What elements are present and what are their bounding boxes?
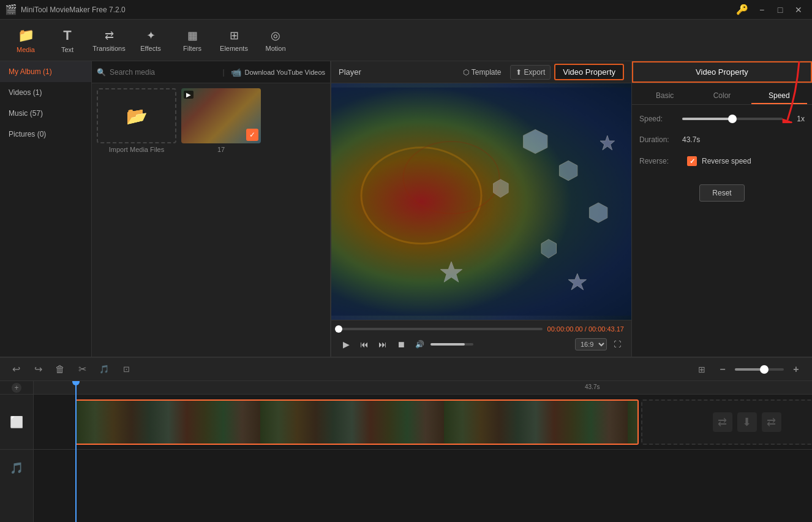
app-title: MiniTool MovieMaker Free 7.2.0 (21, 6, 736, 14)
toolbar-text-label: Text (61, 46, 73, 53)
audio-track-label: 🎵 (0, 450, 33, 486)
toolbar-effects[interactable]: ✦ Effects (130, 22, 171, 59)
undo-button[interactable]: ↩ (7, 361, 24, 378)
trim-button[interactable]: ⊡ (118, 361, 135, 378)
prev-frame-button[interactable]: ⏮ (357, 337, 372, 352)
template-label: Template (472, 68, 502, 77)
sidebar-item-my-album[interactable]: My Album (1) (0, 61, 91, 82)
replace-clip-icon[interactable]: ⇄ (762, 412, 781, 432)
folder-open-icon: 📂 (126, 106, 148, 126)
panel-title: Video Property (696, 67, 748, 77)
delete-button[interactable]: 🗑 (51, 361, 69, 378)
play-button[interactable]: ▶ (339, 337, 353, 352)
progress-bar-area: 00:00:00.00 / 00:00:43.17 (331, 323, 631, 335)
tab-basic[interactable]: Basic (637, 88, 693, 104)
player-title: Player (339, 67, 361, 77)
playhead[interactable] (75, 381, 77, 522)
effects-icon: ✦ (146, 29, 156, 42)
export-icon: ⬆ (516, 68, 522, 77)
redo-button[interactable]: ↪ (29, 361, 47, 378)
media-panel: 🔍 | 📹 Download YouTube Videos 📂 Import M… (92, 61, 331, 357)
toolbar-transitions-label: Transitions (92, 45, 125, 52)
audio-detach-button[interactable]: 🎵 (96, 361, 113, 378)
duration-label: Duration: (639, 135, 682, 144)
import-media-btn[interactable]: 📂 (97, 88, 176, 143)
media-grid: 📂 Import Media Files ▶ ✓ 17 (92, 83, 330, 357)
reverse-row: Reverse: ✓ Reverse speed (639, 156, 805, 166)
sidebar-item-music[interactable]: Music (57) (0, 103, 91, 124)
vp-tabs: Basic Color Speed (632, 83, 812, 105)
controls-row: ▶ ⏮ ⏭ ⏹ 🔊 16:9 9:16 1:1 ⛶ (331, 335, 631, 354)
player-controls: 00:00:00.00 / 00:00:43.17 ▶ ⏮ ⏭ ⏹ 🔊 16:9… (331, 320, 631, 357)
duration-value: 43.7s (682, 135, 700, 144)
video-clip[interactable] (75, 399, 639, 445)
template-button[interactable]: ⬡ Template (458, 66, 506, 79)
next-frame-button[interactable]: ⏭ (375, 337, 390, 352)
empty-clip-area: ⇄ ⬇ ⇄ (641, 399, 812, 445)
timeline-tracks: 43.7s ⇄ ⬇ ⇄ (34, 381, 812, 522)
reset-button[interactable]: Reset (699, 184, 744, 202)
track-labels: + ⬜ 🎵 (0, 381, 34, 522)
tab-speed[interactable]: Speed (751, 88, 807, 104)
tab-color[interactable]: Color (694, 88, 750, 104)
zoom-out-button[interactable]: − (714, 361, 731, 378)
video-type-badge: ▶ (184, 91, 194, 99)
toolbar: 📁 Media T Text ⇄ Transitions ✦ Effects ▦… (0, 20, 812, 61)
minimize-button[interactable]: − (753, 2, 770, 17)
toolbar-media[interactable]: 📁 Media (5, 22, 47, 59)
add-track-button[interactable]: + (12, 383, 21, 393)
download-youtube-btn[interactable]: Download YouTube Videos (245, 69, 326, 76)
toolbar-elements[interactable]: ⊞ Elements (213, 22, 255, 59)
sidebar-item-videos[interactable]: Videos (1) (0, 82, 91, 103)
close-button[interactable]: ✕ (790, 2, 807, 17)
video-property-button[interactable]: Video Property (554, 64, 624, 80)
zoom-fit-button[interactable]: ⊞ (693, 361, 710, 378)
video-property-label: Video Property (563, 67, 615, 77)
timeline-main: + ⬜ 🎵 43.7s ⇄ ⬇ ⇄ (0, 381, 812, 522)
reverse-checkbox[interactable]: ✓ (687, 156, 697, 166)
speed-slider[interactable] (682, 118, 783, 120)
divider: | (222, 68, 224, 77)
speed-row: Speed: 1x (639, 115, 805, 123)
toolbar-filters-label: Filters (183, 45, 201, 52)
titlebar-win-controls: − □ ✕ (753, 2, 807, 17)
titlebar-key-icon: 🔑 (736, 4, 748, 15)
player-area: Player ⬡ Template ⬆ Export Video Propert… (331, 61, 631, 357)
download-clip-icon[interactable]: ⬇ (737, 412, 757, 432)
thumb-number: 17 (217, 146, 225, 153)
import-label: Import Media Files (109, 146, 164, 153)
timeline-toolbar: ↩ ↪ 🗑 ✂ 🎵 ⊡ ⊞ − + (0, 357, 812, 381)
toolbar-filters[interactable]: ▦ Filters (171, 22, 213, 59)
time-display: 00:00:00.00 / 00:00:43.17 (547, 325, 624, 333)
volume-button[interactable]: 🔊 (412, 337, 427, 352)
reverse-label: Reverse: (639, 157, 682, 165)
resolution-select[interactable]: 16:9 9:16 1:1 (575, 338, 607, 350)
text-icon: T (63, 28, 71, 44)
filters-icon: ▦ (187, 29, 198, 42)
titlebar: 🎬 MiniTool MovieMaker Free 7.2.0 🔑 − □ ✕ (0, 0, 812, 20)
media-icon: 📁 (18, 28, 34, 44)
volume-slider[interactable] (430, 343, 473, 346)
add-video-icon[interactable]: ⇄ (713, 412, 732, 432)
fullscreen-button[interactable]: ⛶ (611, 338, 624, 351)
zoom-slider[interactable] (735, 368, 784, 371)
toolbar-motion[interactable]: ◎ Motion (255, 22, 296, 59)
zoom-in-button[interactable]: + (788, 361, 805, 378)
restore-button[interactable]: □ (772, 2, 789, 17)
media-thumbnail[interactable]: ▶ ✓ (181, 88, 261, 143)
export-button[interactable]: ⬆ Export (510, 65, 551, 80)
timeline-ruler: 43.7s (34, 381, 812, 395)
toolbar-transitions[interactable]: ⇄ Transitions (88, 22, 130, 59)
zoom-controls: ⊞ − + (693, 361, 805, 378)
cut-button[interactable]: ✂ (73, 361, 91, 378)
stop-button[interactable]: ⏹ (394, 337, 408, 352)
right-panel: Video Property Basic Color Speed Speed: … (631, 61, 812, 357)
sidebar-item-pictures[interactable]: Pictures (0) (0, 124, 91, 145)
search-input[interactable] (110, 68, 216, 77)
video-content (331, 83, 631, 320)
progress-bar[interactable] (339, 328, 543, 330)
sidebar: My Album (1) Videos (1) Music (57) Pictu… (0, 61, 92, 357)
transitions-icon: ⇄ (105, 29, 114, 42)
duration-row: Duration: 43.7s (639, 135, 805, 144)
toolbar-text[interactable]: T Text (47, 22, 88, 59)
